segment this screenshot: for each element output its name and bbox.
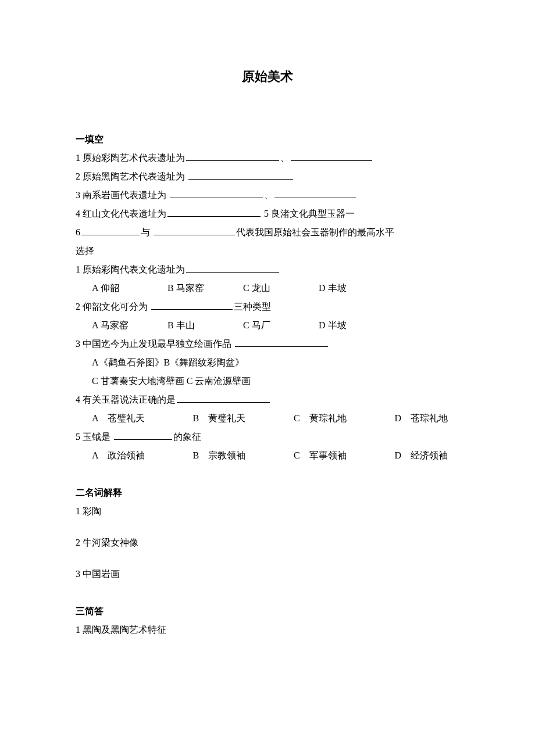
terms-q1: 1 彩陶	[76, 502, 459, 521]
section-terms-heading: 二名词解释	[76, 483, 459, 502]
mc1-opt-b[interactable]: B 马家窑	[167, 279, 243, 298]
mc3-line1[interactable]: A《鹳鱼石斧图》B《舞蹈纹彩陶盆》	[76, 353, 459, 372]
page-title: 原始美术	[76, 64, 459, 89]
mc4-opt-d[interactable]: D 苍琮礼地	[394, 409, 448, 428]
fill-q1-sep: 、	[280, 153, 290, 163]
short-q1: 1 黑陶及黑陶艺术特征	[76, 621, 459, 639]
mc2-opt-a[interactable]: A 马家窑	[92, 316, 167, 335]
blank[interactable]	[177, 393, 270, 403]
mc4-options: A 苍璧礼天 B 黄璧礼天 C 黄琮礼地 D 苍琮礼地	[76, 409, 459, 428]
mc3-text: 3 中国迄今为止发现最早独立绘画作品	[76, 339, 231, 349]
fill-q4-a: 4 红山文化代表遗址为	[76, 209, 166, 218]
mc2-options: A 马家窑 B 丰山 C 马厂 D 半坡	[76, 316, 459, 335]
mc3-line2[interactable]: C 甘薯秦安大地湾壁画 C 云南沧源壁画	[76, 372, 459, 390]
mc5-opt-a[interactable]: A 政治领袖	[92, 446, 145, 465]
terms-q3: 3 中国岩画	[76, 565, 459, 583]
section-fill-heading: 一填空	[76, 130, 459, 149]
mc1-opt-a[interactable]: A 仰韶	[92, 279, 167, 298]
mc1-opt-d[interactable]: D 丰坡	[319, 279, 394, 298]
mc2-opt-d[interactable]: D 半坡	[319, 316, 394, 335]
blank[interactable]	[167, 207, 261, 217]
section-short-heading: 三简答	[76, 602, 459, 621]
fill-q1-text: 1 原始彩陶艺术代表遗址为	[76, 153, 185, 163]
mc5-opt-b[interactable]: B 宗教领袖	[192, 446, 245, 465]
mc2-opt-c[interactable]: C 马厂	[243, 316, 319, 335]
exam-page: 原始美术 一填空 1 原始彩陶艺术代表遗址为、 2 原始黑陶艺术代表遗址为 3 …	[0, 0, 535, 686]
mc4-opt-b[interactable]: B 黄璧礼天	[192, 409, 245, 428]
mc2-opt-b[interactable]: B 丰山	[167, 316, 243, 335]
blank[interactable]	[274, 188, 356, 198]
blank[interactable]	[291, 151, 372, 161]
mc4: 4 有关玉器说法正确的是	[76, 390, 459, 409]
mc1: 1 原始彩陶代表文化遗址为	[76, 260, 459, 279]
mc5-a: 5 玉钺是	[76, 432, 110, 442]
mc2-a: 2 仰韶文化可分为	[76, 302, 148, 311]
mc5-opt-d[interactable]: D 经济领袖	[394, 446, 448, 465]
mc5-opt-c[interactable]: C 军事领袖	[294, 446, 347, 465]
fill-q5-a: 6	[76, 227, 80, 237]
mc1-opt-c[interactable]: C 龙山	[243, 279, 319, 298]
mc1-options: A 仰韶 B 马家窑 C 龙山 D 丰坡	[76, 279, 459, 298]
mc2: 2 仰韶文化可分为 三种类型	[76, 298, 459, 316]
fill-q3-sep: 、	[264, 190, 273, 200]
blank[interactable]	[151, 300, 233, 310]
choice-label: 选择	[76, 242, 459, 260]
mc3: 3 中国迄今为止发现最早独立绘画作品	[76, 335, 459, 353]
blank[interactable]	[235, 337, 328, 347]
mc5-options: A 政治领袖 B 宗教领袖 C 军事领袖 D 经济领袖	[76, 446, 459, 465]
mc4-text: 4 有关玉器说法正确的是	[76, 395, 176, 404]
mc5: 5 玉钺是 的象征	[76, 428, 459, 446]
fill-q5-b: 与	[141, 227, 150, 237]
mc1-text: 1 原始彩陶代表文化遗址为	[76, 264, 185, 274]
blank[interactable]	[154, 225, 235, 235]
blank[interactable]	[81, 225, 140, 235]
mc5-b: 的象征	[173, 432, 201, 442]
blank[interactable]	[114, 430, 172, 440]
mc2-b: 三种类型	[234, 302, 271, 311]
fill-q2-text: 2 原始黑陶艺术代表遗址为	[76, 171, 185, 181]
mc4-opt-c[interactable]: C 黄琮礼地	[294, 409, 347, 428]
blank[interactable]	[186, 263, 279, 273]
fill-q5: 6与 代表我国原始社会玉器制作的最高水平	[76, 223, 459, 242]
blank[interactable]	[186, 151, 279, 161]
terms-q2: 2 牛河梁女神像	[76, 533, 459, 552]
mc4-opt-a[interactable]: A 苍璧礼天	[92, 409, 145, 428]
fill-q5-c: 代表我国原始社会玉器制作的最高水平	[236, 227, 394, 237]
fill-q4: 4 红山文化代表遗址为 5 良渚文化典型玉器一	[76, 205, 459, 223]
blank[interactable]	[170, 188, 263, 198]
fill-q3-text: 3 南系岩画代表遗址为	[76, 190, 166, 200]
fill-q3: 3 南系岩画代表遗址为 、	[76, 186, 459, 205]
blank[interactable]	[188, 170, 293, 180]
fill-q1: 1 原始彩陶艺术代表遗址为、	[76, 149, 459, 167]
fill-q4-b: 5 良渚文化典型玉器一	[264, 209, 355, 218]
fill-q2: 2 原始黑陶艺术代表遗址为	[76, 167, 459, 186]
